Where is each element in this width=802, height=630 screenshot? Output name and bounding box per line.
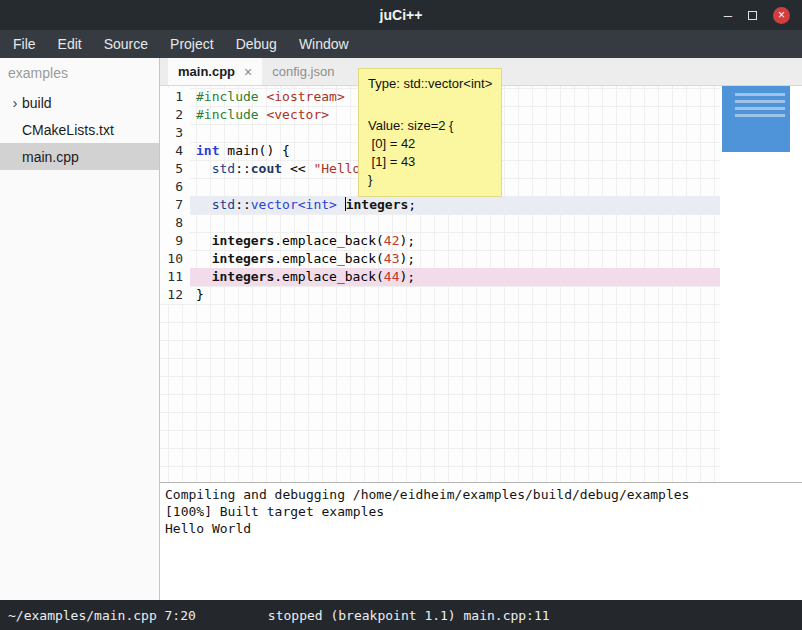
terminal-line: Compiling and debugging /home/eidheim/ex…	[165, 486, 797, 503]
code-line-11[interactable]: 11 integers.emplace_back(44);	[160, 268, 720, 286]
terminal-output[interactable]: Compiling and debugging /home/eidheim/ex…	[160, 483, 802, 600]
code-text: integers.emplace_back(43);	[190, 250, 720, 268]
status-debug-state: stopped (breakpoint 1.1) main.cpp:11	[268, 608, 550, 623]
restore-button[interactable]	[748, 11, 757, 20]
menu-item-debug[interactable]: Debug	[225, 32, 288, 56]
terminal-line: Hello World	[165, 520, 797, 537]
line-number[interactable]: 11	[160, 268, 190, 286]
menubar: FileEditSourceProjectDebugWindow	[0, 30, 802, 58]
tooltip-value-lines: Value: size=2 { [0] = 42 [1] = 43}	[368, 117, 492, 189]
code-text	[190, 214, 720, 232]
tooltip-type-line: Type: std::vector<int>	[368, 76, 492, 91]
sidebar-item-main-cpp[interactable]: main.cpp	[0, 143, 159, 170]
sidebar-item-build[interactable]: ›build	[0, 89, 159, 116]
line-number[interactable]: 7	[160, 196, 190, 214]
file-label: CMakeLists.txt	[22, 122, 114, 138]
restore-icon	[748, 11, 757, 20]
tooltip-line: [0] = 42	[368, 135, 492, 153]
code-text: std::vector<int> integers;	[190, 196, 720, 214]
code-line-10[interactable]: 10 integers.emplace_back(43);	[160, 250, 720, 268]
code-text: integers.emplace_back(42);	[190, 232, 720, 250]
overview-line	[735, 93, 785, 96]
file-label: build	[22, 95, 52, 111]
tab-main-cpp[interactable]: main.cpp×	[168, 58, 262, 85]
status-file-position: ~/examples/main.cpp 7:20	[8, 608, 196, 623]
window-title: juCi++	[0, 7, 802, 23]
tab-close-icon[interactable]: ×	[244, 64, 252, 80]
menu-item-edit[interactable]: Edit	[47, 32, 93, 56]
line-number[interactable]: 4	[160, 142, 190, 160]
menu-item-file[interactable]: File	[2, 32, 47, 56]
line-number[interactable]: 8	[160, 214, 190, 232]
overview-line	[735, 107, 785, 110]
expander-icon[interactable]: ›	[8, 94, 22, 111]
code-line-8[interactable]: 8	[160, 214, 720, 232]
tooltip-line: [1] = 43	[368, 153, 492, 171]
file-label: main.cpp	[22, 149, 79, 165]
terminal-line: [100%] Built target examples	[165, 503, 797, 520]
code-line-7[interactable]: 7 std::vector<int> integers;	[160, 196, 720, 214]
line-number[interactable]: 1	[160, 88, 190, 106]
close-button[interactable]: ×	[773, 7, 790, 24]
menu-item-window[interactable]: Window	[288, 32, 360, 56]
content: examples ›buildCMakeLists.txtmain.cpp ma…	[0, 58, 802, 600]
line-number[interactable]: 3	[160, 124, 190, 142]
line-number[interactable]: 5	[160, 160, 190, 178]
line-number[interactable]: 10	[160, 250, 190, 268]
menu-item-project[interactable]: Project	[159, 32, 225, 56]
file-tree: ›buildCMakeLists.txtmain.cpp	[0, 89, 159, 170]
editor-pane: main.cpp×config.json 1#include <iostream…	[160, 58, 802, 600]
tooltip-line: }	[368, 171, 492, 189]
menu-item-source[interactable]: Source	[93, 32, 159, 56]
line-number[interactable]: 6	[160, 178, 190, 196]
window-controls: – ×	[724, 7, 802, 24]
tooltip-line: Value: size=2 {	[368, 117, 492, 135]
line-number[interactable]: 12	[160, 286, 190, 304]
overview-line	[735, 114, 785, 117]
code-text: }	[190, 286, 720, 304]
status-bar: ~/examples/main.cpp 7:20 stopped (breakp…	[0, 600, 802, 630]
code-text: integers.emplace_back(44);	[190, 268, 720, 286]
titlebar: juCi++ – ×	[0, 0, 802, 30]
file-browser: examples ›buildCMakeLists.txtmain.cpp	[0, 58, 160, 600]
debug-value-tooltip: Type: std::vector<int> Value: size=2 { […	[358, 68, 502, 197]
line-number[interactable]: 9	[160, 232, 190, 250]
tab-label: main.cpp	[178, 64, 235, 79]
project-name: examples	[0, 58, 159, 89]
minimize-button[interactable]: –	[724, 10, 732, 20]
tab-label: config.json	[272, 64, 334, 79]
line-number[interactable]: 2	[160, 106, 190, 124]
code-line-12[interactable]: 12}	[160, 286, 720, 304]
sidebar-item-cmakelists-txt[interactable]: CMakeLists.txt	[0, 116, 159, 143]
tab-config-json[interactable]: config.json	[262, 58, 344, 85]
scroll-overview[interactable]	[722, 86, 790, 152]
jucipp-window: juCi++ – × FileEditSourceProjectDebugWin…	[0, 0, 802, 630]
code-line-9[interactable]: 9 integers.emplace_back(42);	[160, 232, 720, 250]
editor-margin	[720, 86, 802, 482]
overview-line	[735, 100, 785, 103]
